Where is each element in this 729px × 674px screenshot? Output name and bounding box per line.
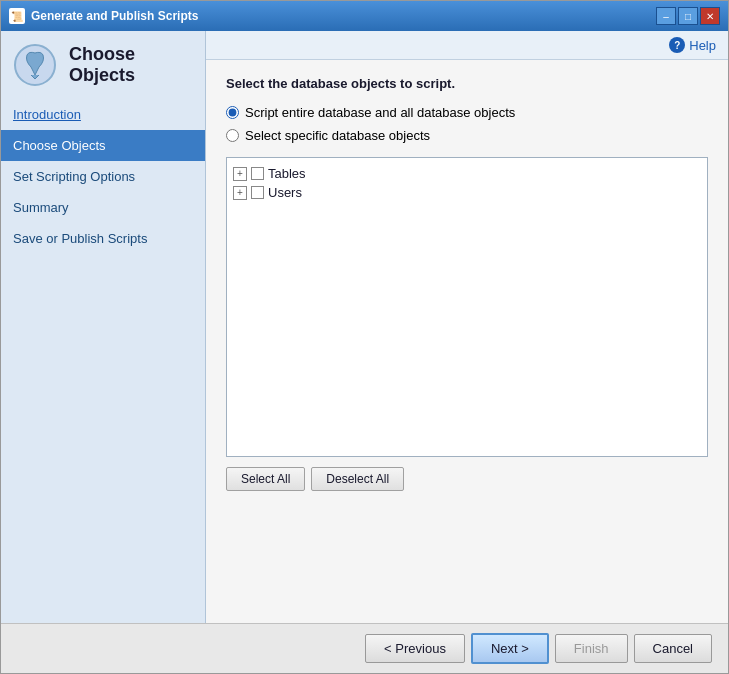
main-header: ? Help bbox=[206, 31, 728, 60]
radio-entire-input[interactable] bbox=[226, 106, 239, 119]
sidebar-wizard-icon bbox=[11, 41, 59, 89]
sidebar: Choose Objects Introduction Choose Objec… bbox=[1, 31, 206, 623]
tree-item-users[interactable]: + Users bbox=[233, 183, 701, 202]
help-icon: ? bbox=[669, 37, 685, 53]
radio-specific-input[interactable] bbox=[226, 129, 239, 142]
footer: < Previous Next > Finish Cancel bbox=[1, 623, 728, 673]
sidebar-item-set-scripting-options[interactable]: Set Scripting Options bbox=[1, 161, 205, 192]
content-area: Choose Objects Introduction Choose Objec… bbox=[1, 31, 728, 623]
expand-users-icon[interactable]: + bbox=[233, 186, 247, 200]
section-title: Select the database objects to script. bbox=[226, 76, 708, 91]
next-button[interactable]: Next > bbox=[471, 633, 549, 664]
sidebar-nav: Introduction Choose Objects Set Scriptin… bbox=[1, 99, 205, 623]
help-label: Help bbox=[689, 38, 716, 53]
sidebar-item-summary[interactable]: Summary bbox=[1, 192, 205, 223]
tree-label-users: Users bbox=[268, 185, 302, 200]
object-tree: + Tables + Users bbox=[226, 157, 708, 457]
radio-group: Script entire database and all database … bbox=[226, 105, 708, 143]
checkbox-users[interactable] bbox=[251, 186, 264, 199]
finish-button[interactable]: Finish bbox=[555, 634, 628, 663]
sidebar-item-save-or-publish[interactable]: Save or Publish Scripts bbox=[1, 223, 205, 254]
main-body: Select the database objects to script. S… bbox=[206, 60, 728, 623]
radio-script-entire[interactable]: Script entire database and all database … bbox=[226, 105, 708, 120]
select-all-button[interactable]: Select All bbox=[226, 467, 305, 491]
sidebar-heading: Choose Objects bbox=[69, 44, 195, 86]
help-link[interactable]: ? Help bbox=[669, 37, 716, 53]
tree-item-tables[interactable]: + Tables bbox=[233, 164, 701, 183]
checkbox-tables[interactable] bbox=[251, 167, 264, 180]
close-button[interactable]: ✕ bbox=[700, 7, 720, 25]
radio-entire-label: Script entire database and all database … bbox=[245, 105, 515, 120]
deselect-all-button[interactable]: Deselect All bbox=[311, 467, 404, 491]
title-bar: 📜 Generate and Publish Scripts – □ ✕ bbox=[1, 1, 728, 31]
previous-button[interactable]: < Previous bbox=[365, 634, 465, 663]
tree-button-row: Select All Deselect All bbox=[226, 467, 708, 491]
radio-select-specific[interactable]: Select specific database objects bbox=[226, 128, 708, 143]
window-title: Generate and Publish Scripts bbox=[31, 9, 656, 23]
window-icon: 📜 bbox=[9, 8, 25, 24]
main-window: 📜 Generate and Publish Scripts – □ ✕ Cho… bbox=[0, 0, 729, 674]
main-content: ? Help Select the database objects to sc… bbox=[206, 31, 728, 623]
cancel-button[interactable]: Cancel bbox=[634, 634, 712, 663]
sidebar-header: Choose Objects bbox=[1, 31, 205, 99]
sidebar-item-choose-objects[interactable]: Choose Objects bbox=[1, 130, 205, 161]
minimize-button[interactable]: – bbox=[656, 7, 676, 25]
radio-specific-label: Select specific database objects bbox=[245, 128, 430, 143]
tree-label-tables: Tables bbox=[268, 166, 306, 181]
sidebar-item-introduction[interactable]: Introduction bbox=[1, 99, 205, 130]
title-bar-buttons: – □ ✕ bbox=[656, 7, 720, 25]
expand-tables-icon[interactable]: + bbox=[233, 167, 247, 181]
maximize-button[interactable]: □ bbox=[678, 7, 698, 25]
